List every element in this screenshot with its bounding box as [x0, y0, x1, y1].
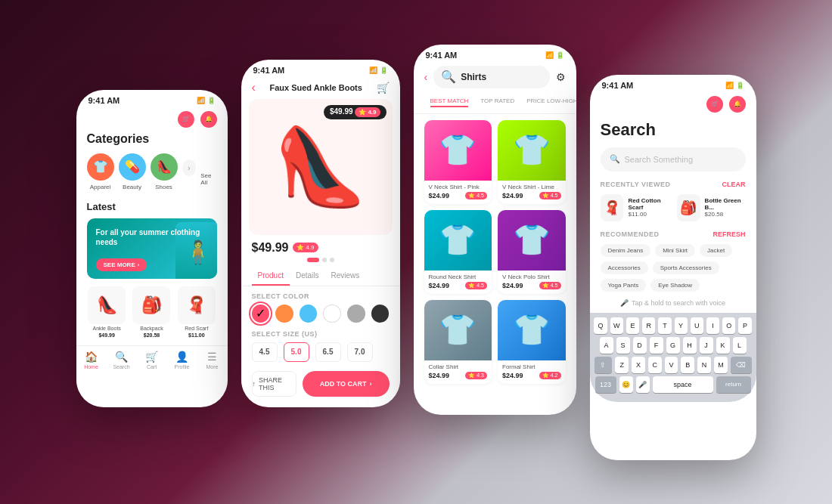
nav-cart[interactable]: 🛒 Cart [137, 351, 167, 369]
key-k[interactable]: K [716, 337, 730, 354]
key-l[interactable]: L [733, 337, 747, 354]
keyboard-row-4: 123 😊 🎤 space return [595, 376, 752, 393]
key-f[interactable]: F [650, 337, 663, 354]
cart-badge[interactable]: 🛒 [178, 111, 194, 128]
clear-button[interactable]: CLEAR [722, 181, 746, 188]
cart-badge-4[interactable]: 🛒 [706, 96, 723, 113]
size-5-0[interactable]: 5.0 [284, 342, 309, 362]
color-blue[interactable] [300, 305, 318, 323]
product-card-purple-shirt[interactable]: 👕 V Neck Polo Shirt $24.99 ⭐ 4.5 [498, 210, 566, 294]
pink-shirt-rating: ⭐ 4.5 [465, 192, 487, 199]
product-card-teal-shirt[interactable]: 👕 Round Neck Shirt $24.99 ⭐ 4.5 [424, 210, 492, 294]
key-c[interactable]: C [648, 357, 662, 373]
key-t[interactable]: T [658, 317, 671, 334]
key-w[interactable]: W [610, 317, 623, 334]
tag-yoga-pants[interactable]: Yoga Pants [601, 279, 647, 292]
key-mic[interactable]: 🎤 [636, 376, 650, 393]
key-z[interactable]: Z [615, 357, 629, 373]
nav-profile[interactable]: 👤 Profile [167, 351, 197, 369]
teal-shirt-price: $24.99 [429, 282, 450, 289]
key-u[interactable]: U [691, 317, 703, 334]
cat-apparel[interactable]: 👕 Apparel [87, 153, 114, 190]
color-orange[interactable] [275, 305, 293, 323]
search-input-bar[interactable]: 🔍 Search Something [601, 147, 746, 172]
key-d[interactable]: D [633, 337, 647, 354]
color-black[interactable] [371, 305, 390, 323]
time-4: 9:41 AM [602, 81, 634, 90]
key-return[interactable]: return [716, 376, 751, 393]
tag-denim-jeans[interactable]: Denim Jeans [601, 244, 651, 257]
key-r[interactable]: R [642, 317, 655, 334]
cat-beauty[interactable]: 💊 Beauty [119, 153, 146, 190]
product-card-lime-shirt[interactable]: 👕 V Neck Shirt - Lime $24.99 ⭐ 4.5 [498, 120, 566, 204]
recent-item-backpack[interactable]: 🎒 Bottle Green B... $20.58 [677, 194, 746, 221]
size-7-0[interactable]: 7.0 [347, 342, 373, 362]
key-e[interactable]: E [626, 317, 639, 334]
key-y[interactable]: Y [675, 317, 688, 334]
see-all-button[interactable]: › [182, 159, 197, 176]
product-ankle-boots[interactable]: 👠 Ankle Boots $49.99 [87, 286, 127, 338]
tab-details[interactable]: Details [290, 267, 325, 286]
tag-mini-skirt[interactable]: Mini Skirt [655, 244, 695, 257]
size-6-5[interactable]: 6.5 [315, 342, 341, 362]
bottom-nav: 🏠 Home 🔍 Search 🛒 Cart 👤 Profile ☰ More [76, 345, 228, 373]
product-price-row: $49.99 ⭐ 4.9 [241, 235, 400, 258]
notif-badge[interactable]: 🔔 [200, 111, 217, 128]
share-button[interactable]: ↑ SHARE THIS [252, 371, 296, 397]
product-card-pink-shirt[interactable]: 👕 V Neck Shirt - Pink $24.99 ⭐ 4.5 [424, 120, 492, 204]
key-shift[interactable]: ⇧ [595, 357, 613, 373]
back-button-3[interactable]: ‹ [424, 71, 428, 83]
key-a[interactable]: A [600, 337, 613, 354]
key-g[interactable]: G [666, 337, 680, 354]
add-to-cart-button[interactable]: ADD TO CART › [303, 371, 390, 397]
grey-shirt-price-row: $24.99 ⭐ 4.3 [429, 372, 488, 379]
tab-product[interactable]: Product [252, 267, 290, 286]
back-button-2[interactable]: ‹ [252, 81, 256, 94]
nav-search[interactable]: 🔍 Search [107, 351, 137, 369]
filter-best-match[interactable]: BEST MATCH [424, 94, 475, 107]
nav-more[interactable]: ☰ More [197, 351, 228, 369]
color-white[interactable] [323, 305, 341, 323]
key-m[interactable]: M [714, 357, 728, 373]
scarf-recent-thumb: 🧣 [601, 194, 624, 221]
key-q[interactable]: Q [594, 317, 607, 334]
key-j[interactable]: J [700, 337, 713, 354]
key-i[interactable]: I [706, 317, 719, 334]
tag-accessories[interactable]: Accessories [601, 261, 648, 274]
backpack-recent-info: Bottle Green B... $20.58 [705, 197, 746, 218]
key-x[interactable]: X [632, 357, 645, 373]
key-123[interactable]: 123 [595, 376, 616, 393]
key-h[interactable]: H [683, 337, 697, 354]
notif-badge-4[interactable]: 🔔 [729, 96, 746, 113]
key-b[interactable]: B [681, 357, 694, 373]
tab-reviews[interactable]: Reviews [325, 267, 366, 286]
key-p[interactable]: P [738, 317, 751, 334]
product-card-blue-shirt[interactable]: 👕 Formal Shirt $24.99 ⭐ 4.2 [498, 300, 566, 384]
see-more-button[interactable]: SEE MORE › [96, 258, 147, 271]
tag-jacket[interactable]: Jacket [700, 244, 732, 257]
key-o[interactable]: O [722, 317, 735, 334]
key-emoji[interactable]: 😊 [619, 376, 633, 393]
shirts-search-bar[interactable]: 🔍 Shirts [433, 66, 549, 88]
key-n[interactable]: N [697, 357, 711, 373]
filter-icon[interactable]: ⚙ [556, 71, 566, 83]
size-4-5[interactable]: 4.5 [252, 342, 278, 362]
product-backpack[interactable]: 🎒 Backpack $20.58 [132, 286, 172, 338]
color-red[interactable]: ✓ [252, 305, 270, 323]
nav-home[interactable]: 🏠 Home [76, 351, 107, 369]
product-card-grey-shirt[interactable]: 👕 Collar Shirt $24.99 ⭐ 4.3 [424, 300, 492, 384]
key-delete[interactable]: ⌫ [731, 357, 752, 373]
recent-item-scarf[interactable]: 🧣 Red Cotton Scarf $11.00 [601, 194, 671, 221]
tag-eye-shadow[interactable]: Eye Shadow [650, 279, 700, 292]
key-space[interactable]: space [653, 376, 713, 393]
refresh-button[interactable]: REFRESH [712, 230, 745, 238]
key-v[interactable]: V [665, 357, 678, 373]
filter-price-low-high[interactable]: PRICE LOW-HIGH [520, 94, 576, 107]
tag-sports-accessories[interactable]: Sports Accessories [653, 261, 719, 274]
cart-icon-2[interactable]: 🛒 [377, 82, 390, 94]
color-grey[interactable] [347, 305, 365, 323]
cat-shoes[interactable]: 👠 Shoes [151, 153, 178, 190]
product-scarf[interactable]: 🧣 Red Scarf $11.00 [176, 286, 216, 338]
filter-top-rated[interactable]: TOP RATED [474, 94, 520, 107]
key-s[interactable]: S [616, 337, 630, 354]
